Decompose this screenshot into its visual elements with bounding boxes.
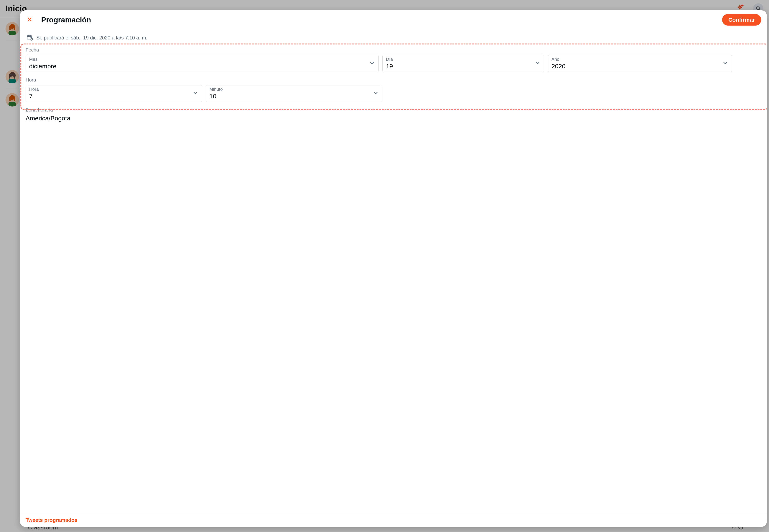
modal-footer: Tweets programados	[20, 513, 767, 527]
timezone-value: America/Bogota	[26, 115, 761, 122]
minute-select[interactable]: Minuto 10	[206, 85, 382, 102]
minute-label: Minuto	[210, 87, 223, 92]
month-select[interactable]: Mes diciembre	[26, 55, 379, 72]
close-icon	[27, 16, 33, 23]
scheduled-tweets-link[interactable]: Tweets programados	[26, 517, 77, 523]
chevron-down-icon	[369, 60, 375, 67]
month-label: Mes	[29, 57, 56, 62]
month-value: diciembre	[29, 63, 56, 70]
day-label: Día	[386, 57, 393, 62]
schedule-modal: Programación Confirmar Se publicará el s…	[20, 10, 767, 527]
year-label: Año	[551, 57, 565, 62]
time-row: Hora 7 Minuto 10	[26, 85, 761, 102]
hour-value: 7	[29, 93, 39, 100]
date-section-label: Fecha	[26, 47, 761, 53]
modal-body: Se publicará el sáb., 19 dic. 2020 a la/…	[20, 30, 767, 513]
timezone-block: Zona horaria America/Bogota	[26, 107, 761, 122]
timezone-label: Zona horaria	[26, 107, 761, 113]
close-button[interactable]	[26, 16, 34, 24]
year-value: 2020	[551, 63, 565, 70]
modal-title: Programación	[41, 16, 715, 24]
day-select[interactable]: Día 19	[382, 55, 544, 72]
hour-label: Hora	[29, 87, 39, 92]
date-row: Mes diciembre Día 19 Año 2020	[26, 55, 761, 72]
publish-summary-text: Se publicará el sáb., 19 dic. 2020 a la/…	[36, 35, 147, 41]
chevron-down-icon	[534, 60, 541, 67]
svg-rect-15	[27, 35, 31, 39]
confirm-button[interactable]: Confirmar	[722, 14, 761, 26]
svg-line-21	[31, 39, 32, 39]
chevron-down-icon	[373, 90, 379, 97]
minute-value: 10	[210, 93, 223, 100]
chevron-down-icon	[722, 60, 728, 67]
publish-summary: Se publicará el sáb., 19 dic. 2020 a la/…	[26, 34, 761, 42]
time-section-label: Hora	[26, 77, 761, 83]
day-value: 19	[386, 63, 393, 70]
hour-select[interactable]: Hora 7	[26, 85, 202, 102]
modal-header: Programación Confirmar	[20, 10, 767, 30]
chevron-down-icon	[192, 90, 199, 97]
calendar-clock-icon	[26, 34, 33, 42]
year-select[interactable]: Año 2020	[548, 55, 732, 72]
